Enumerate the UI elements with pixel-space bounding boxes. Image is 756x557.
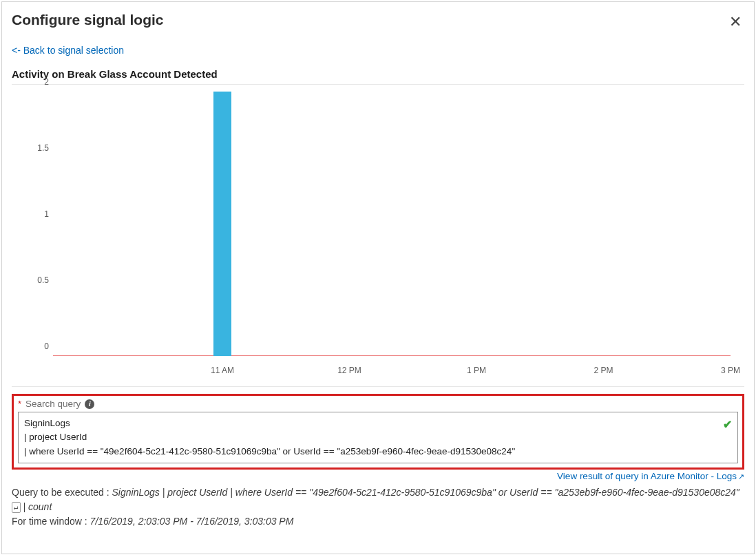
signal-name-heading: Activity on Break Glass Account Detected: [12, 68, 744, 80]
chart-plot-area: 00.511.5211 AM12 PM1 PM2 PM3 PM: [53, 92, 731, 356]
exec-prefix: Query to be executed :: [12, 487, 112, 498]
query-line: | project UserId: [24, 430, 717, 444]
search-query-section: * Search query i ✔ SigninLogs| project U…: [12, 394, 744, 470]
view-result-link[interactable]: View result of query in Azure Monitor - …: [557, 471, 744, 481]
search-query-label-row: * Search query i: [18, 399, 738, 409]
chart-x-tick: 2 PM: [594, 366, 613, 375]
time-window-prefix: For time window :: [12, 516, 90, 527]
preview-chart: 00.511.5211 AM12 PM1 PM2 PM3 PM: [12, 84, 744, 387]
back-to-signal-selection-link[interactable]: <- Back to signal selection: [12, 45, 124, 56]
panel-title: Configure signal logic: [12, 12, 164, 28]
query-line: SigninLogs: [24, 417, 717, 430]
chart-y-tick: 1: [21, 209, 49, 219]
chart-y-tick: 2: [21, 77, 49, 87]
view-result-link-text: View result of query in Azure Monitor - …: [557, 471, 737, 481]
newline-glyph-icon: ↵: [12, 502, 21, 512]
chart-x-tick: 1 PM: [467, 366, 486, 375]
query-line: | where UserId == "49e2f604-5c21-412c-95…: [24, 445, 717, 459]
info-icon[interactable]: i: [85, 399, 94, 409]
close-icon[interactable]: ✕: [726, 12, 744, 32]
chart-x-tick: 11 AM: [211, 366, 234, 375]
configure-signal-logic-panel: Configure signal logic ✕ <- Back to sign…: [1, 1, 755, 554]
exec-suffix: | count: [21, 501, 52, 512]
execution-summary: Query to be executed : SigninLogs | proj…: [12, 485, 744, 529]
chart-y-tick: 0.5: [21, 275, 49, 285]
chart-x-axis: [53, 355, 731, 356]
required-indicator: *: [18, 399, 21, 409]
time-window-value: 7/16/2019, 2:03:03 PM - 7/16/2019, 3:03:…: [90, 516, 294, 527]
search-query-input[interactable]: ✔ SigninLogs| project UserId| where User…: [18, 412, 738, 463]
chart-x-tick: 12 PM: [337, 366, 361, 375]
external-link-icon: ↗: [738, 472, 744, 481]
chart-x-tick: 3 PM: [721, 366, 740, 375]
chart-y-tick: 0: [21, 341, 49, 351]
panel-header: Configure signal logic ✕: [12, 9, 744, 35]
search-query-label: Search query: [25, 399, 81, 409]
view-result-row: View result of query in Azure Monitor - …: [12, 471, 744, 481]
chart-bar: [213, 92, 231, 356]
exec-query-text: SigninLogs | project UserId | where User…: [112, 487, 739, 498]
chart-y-tick: 1.5: [21, 143, 49, 153]
valid-check-icon: ✔: [723, 417, 732, 433]
